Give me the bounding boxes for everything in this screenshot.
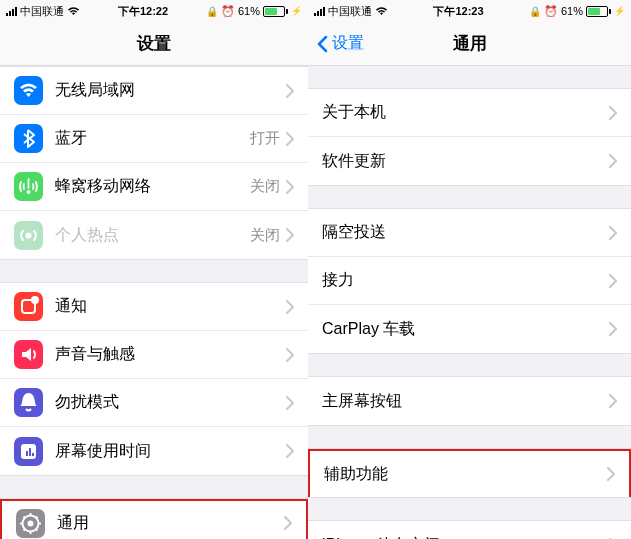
settings-main-screen: 中国联通 下午12:22 🔒 ⏰ 61% ⚡ 设置 无线局域网蓝牙打开蜂窝移动网…	[0, 0, 308, 539]
signal-icon	[314, 6, 325, 16]
chevron-right-icon	[286, 396, 294, 410]
row-label: 关于本机	[322, 102, 609, 123]
header: 设置	[0, 22, 308, 66]
cellular-icon	[14, 172, 43, 201]
general-row[interactable]: iPhone 储存空间	[308, 521, 631, 539]
carrier-label: 中国联通	[328, 4, 372, 19]
chevron-right-icon	[609, 154, 617, 168]
status-time: 下午12:22	[118, 4, 168, 19]
charging-icon: ⚡	[614, 6, 625, 16]
svg-rect-5	[26, 451, 28, 456]
alarm-icon: ⏰	[221, 5, 235, 18]
general-group: iPhone 储存空间	[308, 520, 631, 539]
row-label: 勿扰模式	[55, 392, 286, 413]
battery-percent: 61%	[561, 5, 583, 17]
page-title: 设置	[137, 32, 171, 55]
page-title: 通用	[453, 32, 487, 55]
general-row[interactable]: 软件更新	[308, 137, 631, 185]
row-label: CarPlay 车载	[322, 319, 609, 340]
chevron-right-icon	[286, 228, 294, 242]
general-row[interactable]: 接力	[308, 257, 631, 305]
row-label: 屏幕使用时间	[55, 441, 286, 462]
settings-row-cellular[interactable]: 蜂窝移动网络关闭	[0, 163, 308, 211]
carrier-label: 中国联通	[20, 4, 64, 19]
hotspot-icon	[14, 221, 43, 250]
row-label: 辅助功能	[324, 464, 607, 485]
settings-row-notify[interactable]: 通知	[0, 283, 308, 331]
row-label: 通知	[55, 296, 286, 317]
row-label: 声音与触感	[55, 344, 286, 365]
chevron-right-icon	[286, 84, 294, 98]
settings-row-wifi[interactable]: 无线局域网	[0, 67, 308, 115]
settings-list[interactable]: 无线局域网蓝牙打开蜂窝移动网络关闭个人热点关闭通知声音与触感勿扰模式屏幕使用时间…	[0, 66, 308, 539]
wifi-icon	[14, 76, 43, 105]
back-button[interactable]: 设置	[316, 33, 364, 54]
status-right: 🔒 ⏰ 61% ⚡	[529, 5, 625, 18]
row-value: 关闭	[250, 177, 280, 196]
header: 设置 通用	[308, 22, 631, 66]
row-label: 个人热点	[55, 225, 250, 246]
signal-icon	[6, 6, 17, 16]
general-row[interactable]: 主屏幕按钮	[308, 377, 631, 425]
settings-row-bluetooth[interactable]: 蓝牙打开	[0, 115, 308, 163]
back-label: 设置	[332, 33, 364, 54]
charging-icon: ⚡	[291, 6, 302, 16]
screentime-icon	[14, 437, 43, 466]
settings-row-general[interactable]: 通用	[0, 499, 308, 539]
chevron-right-icon	[609, 274, 617, 288]
wifi-status-icon	[375, 6, 388, 16]
general-group: 辅助功能	[308, 448, 631, 498]
status-right: 🔒 ⏰ 61% ⚡	[206, 5, 302, 18]
settings-row-sound[interactable]: 声音与触感	[0, 331, 308, 379]
battery-icon	[586, 6, 611, 17]
row-label: iPhone 储存空间	[322, 535, 609, 540]
lock-icon: 🔒	[529, 6, 541, 17]
status-bar: 中国联通 下午12:22 🔒 ⏰ 61% ⚡	[0, 0, 308, 22]
general-group: 隔空投送接力CarPlay 车载	[308, 208, 631, 354]
row-label: 隔空投送	[322, 222, 609, 243]
battery-icon	[263, 6, 288, 17]
svg-rect-6	[29, 448, 31, 456]
settings-row-hotspot[interactable]: 个人热点关闭	[0, 211, 308, 259]
chevron-right-icon	[609, 394, 617, 408]
general-settings-screen: 中国联通 下午12:23 🔒 ⏰ 61% ⚡ 设置 通用 关于本机软件更新隔空投…	[308, 0, 631, 539]
general-row[interactable]: 隔空投送	[308, 209, 631, 257]
general-row[interactable]: CarPlay 车载	[308, 305, 631, 353]
status-bar: 中国联通 下午12:23 🔒 ⏰ 61% ⚡	[308, 0, 631, 22]
general-list[interactable]: 关于本机软件更新隔空投送接力CarPlay 车载主屏幕按钮辅助功能iPhone …	[308, 66, 631, 539]
row-label: 主屏幕按钮	[322, 391, 609, 412]
row-label: 软件更新	[322, 151, 609, 172]
chevron-right-icon	[609, 106, 617, 120]
row-label: 接力	[322, 270, 609, 291]
chevron-right-icon	[286, 132, 294, 146]
chevron-right-icon	[607, 467, 615, 481]
dnd-icon	[14, 388, 43, 417]
row-value: 打开	[250, 129, 280, 148]
wifi-status-icon	[67, 6, 80, 16]
settings-row-screentime[interactable]: 屏幕使用时间	[0, 427, 308, 475]
svg-point-0	[27, 190, 31, 194]
settings-row-dnd[interactable]: 勿扰模式	[0, 379, 308, 427]
alarm-icon: ⏰	[544, 5, 558, 18]
general-row[interactable]: 辅助功能	[308, 449, 631, 497]
general-icon	[16, 509, 45, 538]
settings-group: 通用控制中心AA显示与亮度墙纸	[0, 498, 308, 539]
chevron-right-icon	[286, 444, 294, 458]
chevron-right-icon	[286, 300, 294, 314]
settings-group: 无线局域网蓝牙打开蜂窝移动网络关闭个人热点关闭	[0, 66, 308, 260]
svg-point-1	[26, 232, 32, 238]
lock-icon: 🔒	[206, 6, 218, 17]
chevron-right-icon	[286, 180, 294, 194]
general-row[interactable]: 关于本机	[308, 89, 631, 137]
battery-percent: 61%	[238, 5, 260, 17]
status-left: 中国联通	[6, 4, 80, 19]
svg-point-3	[31, 296, 39, 304]
row-label: 蓝牙	[55, 128, 250, 149]
chevron-right-icon	[609, 226, 617, 240]
svg-rect-4	[21, 444, 36, 459]
general-group: 主屏幕按钮	[308, 376, 631, 426]
general-group: 关于本机软件更新	[308, 88, 631, 186]
sound-icon	[14, 340, 43, 369]
row-label: 无线局域网	[55, 80, 286, 101]
row-value: 关闭	[250, 226, 280, 245]
